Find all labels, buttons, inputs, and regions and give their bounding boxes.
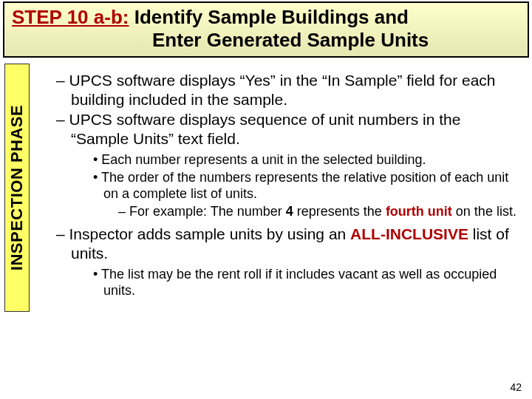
- title-header: STEP 10 a-b: Identify Sample Buildings a…: [3, 1, 529, 58]
- list-item: The order of the numbers represents the …: [43, 170, 519, 202]
- phase-sidebar: INSPECTION PHASE: [4, 64, 30, 312]
- list-item: For example: The number 4 represents the…: [43, 204, 519, 220]
- highlight-text: ALL-INCLUSIVE: [350, 225, 468, 242]
- phase-label: INSPECTION PHASE: [7, 105, 27, 270]
- slide-content: UPCS software displays “Yes” in the “In …: [43, 71, 519, 304]
- highlight-text: fourth unit: [386, 204, 452, 219]
- list-item: The list may be the rent roll if it incl…: [43, 267, 519, 299]
- step-label: STEP 10 a-b:: [12, 6, 129, 28]
- list-item: Inspector adds sample units by using an …: [43, 225, 519, 262]
- page-number: 42: [510, 381, 522, 393]
- list-item: Each number represents a unit in the sel…: [43, 152, 519, 168]
- list-item: UPCS software displays sequence of unit …: [43, 110, 519, 148]
- sub-list: The list may be the rent roll if it incl…: [43, 267, 519, 299]
- title-line-1: STEP 10 a-b: Identify Sample Buildings a…: [12, 6, 520, 29]
- title-line-2: Enter Generated Sample Units: [12, 29, 520, 52]
- number-emphasis: 4: [286, 204, 293, 219]
- sub-list: Each number represents a unit in the sel…: [43, 152, 519, 220]
- title-rest: Identify Sample Buildings and: [129, 6, 409, 28]
- list-item: UPCS software displays “Yes” in the “In …: [43, 71, 519, 109]
